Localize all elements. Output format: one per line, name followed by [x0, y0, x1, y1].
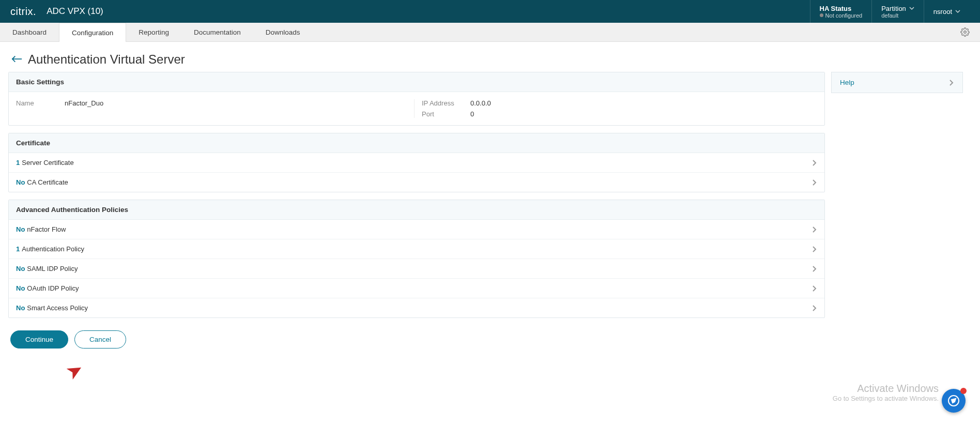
- basic-settings-header: Basic Settings: [9, 72, 824, 92]
- row-count: No: [16, 304, 25, 312]
- authentication-policy-row[interactable]: 1 Authentication Policy: [9, 239, 824, 259]
- row-label: SAML IDP Policy: [27, 265, 78, 272]
- help-panel[interactable]: Help: [831, 72, 963, 93]
- watermark-line1: Activate Windows: [833, 383, 939, 395]
- partition-label-row: Partition: [881, 5, 914, 12]
- ip-label: IP Address: [422, 99, 459, 107]
- gear-icon[interactable]: [960, 27, 970, 37]
- row-label: Smart Access Policy: [27, 304, 88, 312]
- smart-access-policy-row[interactable]: No Smart Access Policy: [9, 298, 824, 317]
- ha-status-block: HA Status Not configured: [810, 0, 872, 23]
- chevron-right-icon: [812, 246, 817, 253]
- server-certificate-row[interactable]: 1 Server Certificate: [9, 153, 824, 172]
- chevron-right-icon: [812, 159, 817, 166]
- port-label: Port: [422, 110, 459, 118]
- row-count: 1: [16, 245, 20, 253]
- name-value: nFactor_Duo: [65, 99, 103, 118]
- row-count: 1: [16, 159, 20, 166]
- user-name: nsroot: [933, 8, 952, 16]
- compass-icon: [947, 395, 960, 407]
- row-label: OAuth IDP Policy: [27, 284, 79, 292]
- certificate-panel: Certificate 1 Server Certificate No CA C…: [8, 133, 825, 192]
- button-row: Continue Cancel: [8, 325, 825, 359]
- row-label: Authentication Policy: [22, 245, 84, 253]
- row-label: CA Certificate: [27, 178, 68, 186]
- chevron-right-icon: [812, 226, 817, 233]
- nav-tab-downloads[interactable]: Downloads: [253, 23, 313, 41]
- row-count: No: [16, 265, 25, 272]
- watermark-line2: Go to Settings to activate Windows.: [833, 395, 939, 402]
- chevron-down-icon: [955, 9, 960, 14]
- policies-rows: No nFactor Flow 1 Authentication Policy …: [9, 220, 824, 317]
- certificate-header: Certificate: [9, 133, 824, 153]
- continue-button[interactable]: Continue: [10, 330, 68, 349]
- basic-settings-body: Name nFactor_Duo IP Address 0.0.0.0 Port…: [9, 92, 824, 125]
- chevron-right-icon: [812, 305, 817, 312]
- page-title: Authentication Virtual Server: [28, 52, 185, 67]
- name-label: Name: [16, 99, 53, 118]
- port-row: Port 0: [422, 110, 491, 118]
- page-title-row: Authentication Virtual Server: [0, 42, 980, 72]
- certificate-rows: 1 Server Certificate No CA Certificate: [9, 153, 824, 192]
- svg-marker-2: [952, 399, 956, 403]
- chevron-right-icon: [812, 265, 817, 272]
- row-label: nFactor Flow: [27, 225, 66, 233]
- ca-certificate-row[interactable]: No CA Certificate: [9, 172, 824, 192]
- policies-header: Advanced Authentication Policies: [9, 200, 824, 220]
- windows-watermark: Activate Windows Go to Settings to activ…: [833, 383, 939, 402]
- oauth-idp-policy-row[interactable]: No OAuth IDP Policy: [9, 278, 824, 298]
- ha-status-label: HA Status: [820, 5, 863, 12]
- user-menu[interactable]: nsroot: [924, 0, 970, 23]
- ha-status-value: Not configured: [825, 12, 863, 19]
- ha-status-value-row: Not configured: [820, 12, 863, 19]
- ip-value: 0.0.0.0: [470, 99, 491, 107]
- back-arrow-icon[interactable]: [11, 55, 23, 64]
- basic-settings-panel: Basic Settings Name nFactor_Duo IP Addre…: [8, 72, 825, 126]
- nav-tab-dashboard[interactable]: Dashboard: [0, 23, 59, 41]
- basic-right: IP Address 0.0.0.0 Port 0: [414, 99, 491, 118]
- chevron-right-icon: [949, 79, 954, 86]
- help-label: Help: [840, 79, 854, 86]
- nav-tabs: Dashboard Configuration Reporting Docume…: [0, 23, 980, 42]
- nfactor-flow-row[interactable]: No nFactor Flow: [9, 220, 824, 239]
- partition-label: Partition: [881, 5, 906, 12]
- partition-block[interactable]: Partition default: [871, 0, 924, 23]
- chevron-down-icon: [909, 6, 914, 11]
- cancel-button[interactable]: Cancel: [74, 330, 126, 349]
- row-count: No: [16, 284, 25, 292]
- port-value: 0: [470, 110, 474, 118]
- chevron-right-icon: [812, 285, 817, 292]
- nav-tab-configuration[interactable]: Configuration: [59, 23, 126, 42]
- saml-idp-policy-row[interactable]: No SAML IDP Policy: [9, 259, 824, 278]
- topbar: citrix. ADC VPX (10) HA Status Not confi…: [0, 0, 980, 23]
- help-fab-button[interactable]: [942, 389, 966, 413]
- row-label: Server Certificate: [22, 159, 73, 166]
- svg-point-0: [964, 31, 967, 34]
- partition-value: default: [881, 12, 914, 19]
- product-name: ADC VPX (10): [47, 6, 103, 17]
- basic-left: Name nFactor_Duo: [16, 99, 414, 118]
- policies-panel: Advanced Authentication Policies No nFac…: [8, 200, 825, 318]
- annotation-arrow-icon: ➤: [62, 357, 87, 385]
- nav-tab-documentation[interactable]: Documentation: [181, 23, 253, 41]
- nav-right: [960, 23, 980, 41]
- content-wrap: Basic Settings Name nFactor_Duo IP Addre…: [0, 72, 980, 359]
- chevron-right-icon: [812, 179, 817, 186]
- side-column: Help: [831, 72, 963, 359]
- row-count: No: [16, 225, 25, 233]
- status-dot-icon: [820, 13, 823, 17]
- brand-logo: citrix.: [10, 6, 36, 18]
- notification-dot-icon: [960, 388, 967, 394]
- nav-tab-reporting[interactable]: Reporting: [126, 23, 181, 41]
- row-count: No: [16, 178, 25, 186]
- topbar-right: HA Status Not configured Partition defau…: [810, 0, 970, 23]
- main-column: Basic Settings Name nFactor_Duo IP Addre…: [8, 72, 825, 359]
- ip-row: IP Address 0.0.0.0: [422, 99, 491, 107]
